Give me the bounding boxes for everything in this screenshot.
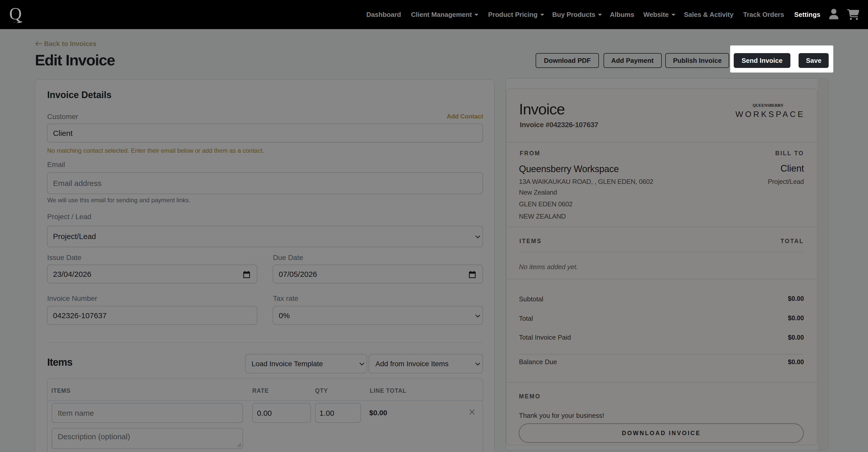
- svg-text:Q: Q: [9, 5, 22, 23]
